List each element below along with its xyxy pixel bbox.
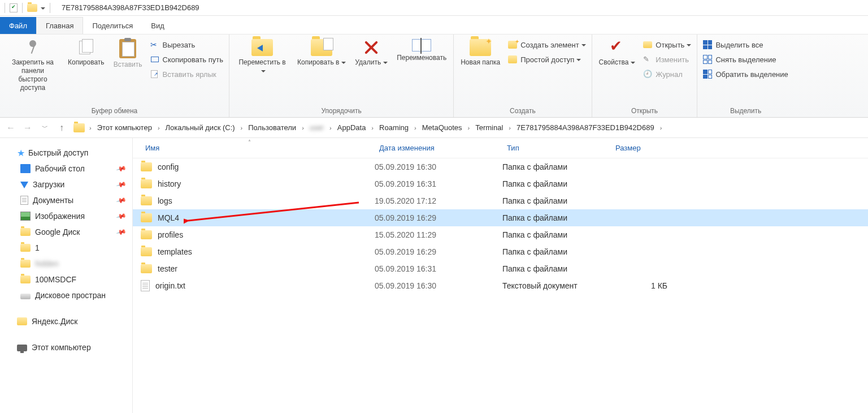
- breadcrumb-segment[interactable]: 7E781795884A398A87F33ED1B942D689: [513, 121, 658, 135]
- open-button[interactable]: Открыть: [643, 38, 691, 51]
- chevron-right-icon[interactable]: ›: [413, 124, 418, 131]
- easy-access-button[interactable]: Простой доступ: [508, 53, 585, 66]
- pictures-icon: [20, 212, 31, 221]
- breadcrumb-segment[interactable]: Roaming: [376, 121, 412, 135]
- copy-to-button[interactable]: Копировать в: [294, 37, 349, 69]
- nav-bar: ← → ﹀ ↑ › Этот компьютер› Локальный диск…: [0, 118, 868, 138]
- sidebar-item-pictures[interactable]: Изображения📌: [0, 208, 132, 224]
- column-type[interactable]: Тип: [502, 138, 611, 158]
- copy-path-button[interactable]: Скопировать путь: [150, 53, 224, 66]
- sidebar-item-this-pc[interactable]: Этот компьютер: [0, 339, 132, 355]
- file-type: Папка с файлами: [502, 264, 611, 273]
- tab-share[interactable]: Поделиться: [83, 17, 142, 34]
- breadcrumb-segment[interactable]: AppData: [334, 121, 370, 135]
- rename-button[interactable]: Переименовать: [393, 37, 450, 64]
- file-row[interactable]: templates05.09.2019 16:29Папка с файлами: [133, 243, 868, 260]
- chevron-right-icon[interactable]: ›: [88, 124, 93, 131]
- select-none-button[interactable]: Снять выделение: [703, 53, 788, 66]
- breadcrumb-segment-user[interactable]: user: [306, 121, 327, 135]
- folder-icon: [141, 264, 152, 273]
- file-name: logs: [158, 196, 172, 205]
- properties-qat-icon[interactable]: [10, 3, 18, 12]
- chevron-right-icon[interactable]: ›: [157, 124, 161, 131]
- breadcrumb[interactable]: › Этот компьютер› Локальный диск (C:)› П…: [71, 120, 865, 136]
- column-headers: Имя˄ Дата изменения Тип Размер: [133, 138, 868, 158]
- chevron-right-icon[interactable]: ›: [328, 124, 333, 131]
- sidebar-item-gdrive[interactable]: Google Диск📌: [0, 224, 132, 240]
- new-folder-button[interactable]: Новая папка: [457, 37, 504, 69]
- file-row[interactable]: tester05.09.2019 16:31Папка с файлами: [133, 260, 868, 277]
- cut-button[interactable]: Вырезать: [150, 38, 224, 51]
- chevron-right-icon[interactable]: ›: [659, 124, 663, 131]
- paste-shortcut-button[interactable]: Вставить ярлык: [150, 67, 224, 81]
- tab-file[interactable]: Файл: [0, 17, 36, 34]
- sidebar-item-documents[interactable]: Документы📌: [0, 192, 132, 208]
- breadcrumb-segment[interactable]: Локальный диск (C:): [162, 121, 238, 135]
- chevron-right-icon[interactable]: ›: [240, 124, 244, 131]
- breadcrumb-segment[interactable]: Пользователи: [245, 121, 300, 135]
- edit-button[interactable]: Изменить: [643, 53, 691, 66]
- column-size[interactable]: Размер: [611, 138, 684, 158]
- sidebar-item-100msdcf[interactable]: 100MSDCF: [0, 272, 132, 287]
- paste-button[interactable]: Вставить: [110, 37, 146, 71]
- nav-back-button[interactable]: ←: [3, 120, 18, 136]
- history-button[interactable]: Журнал: [643, 67, 691, 81]
- file-type: Текстовый документ: [502, 281, 611, 290]
- select-all-button[interactable]: Выделить все: [703, 38, 788, 51]
- file-row[interactable]: logs19.05.2020 17:12Папка с файлами: [133, 192, 868, 209]
- tab-view[interactable]: Вид: [142, 17, 173, 34]
- file-row[interactable]: history05.09.2019 16:31Папка с файлами: [133, 175, 868, 192]
- breadcrumb-segment[interactable]: Этот компьютер: [94, 121, 155, 135]
- new-item-button[interactable]: Создать элемент: [508, 38, 585, 51]
- pin-to-quick-access-button[interactable]: Закрепить на панели быстрого доступа: [3, 37, 62, 94]
- delete-button[interactable]: Удалить: [351, 37, 391, 69]
- chevron-right-icon[interactable]: ›: [301, 124, 305, 131]
- file-row[interactable]: origin.txt05.09.2019 16:30Текстовый доку…: [133, 277, 868, 294]
- sidebar-quick-access[interactable]: ★Быстрый доступ: [0, 145, 132, 161]
- file-size: 1 КБ: [611, 281, 684, 290]
- qat-dropdown-icon[interactable]: [41, 4, 45, 12]
- chevron-right-icon[interactable]: ›: [507, 124, 512, 131]
- drive-icon: [20, 294, 31, 299]
- group-open: Свойства Открыть Изменить Журнал Открыть: [592, 35, 698, 117]
- nav-up-button[interactable]: ↑: [54, 120, 69, 136]
- sidebar-item-1[interactable]: 1: [0, 240, 132, 256]
- chevron-right-icon[interactable]: ›: [467, 124, 471, 131]
- breadcrumb-segment[interactable]: MetaQuotes: [419, 121, 466, 135]
- column-date[interactable]: Дата изменения: [375, 138, 502, 158]
- content-area: ★Быстрый доступ Рабочий стол📌 Загрузки📌 …: [0, 138, 868, 413]
- select-none-icon: [703, 55, 712, 64]
- sidebar-item-blurred[interactable]: hidden: [0, 256, 132, 272]
- sidebar-item-downloads[interactable]: Загрузки📌: [0, 177, 132, 192]
- invert-selection-button[interactable]: Обратить выделение: [703, 67, 788, 81]
- file-row[interactable]: config05.09.2019 16:30Папка с файлами: [133, 158, 868, 175]
- column-name[interactable]: Имя˄: [141, 138, 375, 158]
- window-title: 7E781795884A398A87F33ED1B942D689: [55, 3, 199, 12]
- chevron-right-icon[interactable]: ›: [370, 124, 375, 131]
- folder-qat-icon[interactable]: [27, 4, 37, 12]
- file-date: 05.09.2019 16:31: [375, 264, 502, 273]
- file-row[interactable]: MQL405.09.2019 16:29Папка с файлами: [133, 209, 868, 226]
- breadcrumb-segment[interactable]: Terminal: [472, 121, 506, 135]
- nav-recent-button[interactable]: ﹀: [37, 120, 52, 136]
- nav-forward-button[interactable]: →: [20, 120, 35, 136]
- title-bar: 7E781795884A398A87F33ED1B942D689: [0, 0, 868, 16]
- file-type: Папка с файлами: [502, 213, 611, 222]
- copy-button[interactable]: Копировать: [64, 37, 108, 69]
- group-select: Выделить все Снять выделение Обратить вы…: [697, 35, 793, 117]
- sidebar-item-diskspace[interactable]: Дисковое простран: [0, 287, 132, 303]
- file-date: 19.05.2020 17:12: [375, 196, 502, 205]
- move-to-button[interactable]: Переместить в: [233, 37, 292, 78]
- breadcrumb-folder-icon: [73, 123, 85, 132]
- sidebar-item-yandex-disk[interactable]: Яндекс.Диск: [0, 313, 132, 329]
- cut-icon: [150, 40, 159, 49]
- sort-indicator-icon: ˄: [248, 139, 251, 145]
- file-row[interactable]: profiles15.05.2020 11:29Папка с файлами: [133, 226, 868, 243]
- tab-home[interactable]: Главная: [36, 17, 83, 34]
- this-pc-icon: [17, 345, 27, 351]
- group-organize: Переместить в Копировать в Удалить Переи…: [229, 35, 454, 117]
- properties-button[interactable]: Свойства: [596, 37, 639, 69]
- paste-shortcut-icon: [150, 70, 159, 79]
- folder-icon: [141, 179, 152, 188]
- sidebar-item-desktop[interactable]: Рабочий стол📌: [0, 161, 132, 177]
